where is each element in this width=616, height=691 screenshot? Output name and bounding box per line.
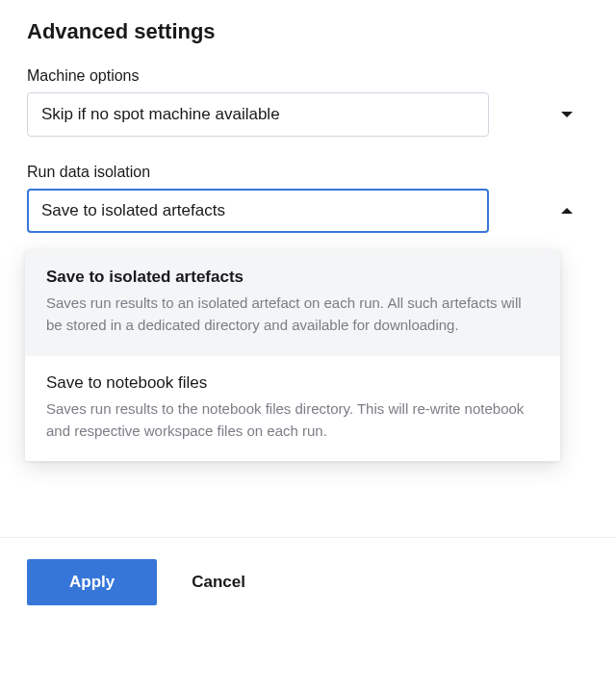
caret-down-icon <box>560 111 574 118</box>
option-description: Saves run results to an isolated artefac… <box>46 292 539 337</box>
run-data-isolation-value: Save to isolated artefacts <box>41 201 225 220</box>
option-title: Save to notebook files <box>46 373 539 393</box>
caret-up-icon <box>560 207 574 215</box>
machine-options-label: Machine options <box>27 67 589 85</box>
option-isolated-artefacts[interactable]: Save to isolated artefacts Saves run res… <box>25 250 560 356</box>
apply-button[interactable]: Apply <box>27 559 157 605</box>
machine-options-value: Skip if no spot machine available <box>41 105 280 124</box>
cancel-button[interactable]: Cancel <box>192 573 245 592</box>
option-title: Save to isolated artefacts <box>46 268 539 287</box>
settings-container: Advanced settings Machine options Skip i… <box>0 0 616 233</box>
run-data-isolation-select-wrap: Save to isolated artefacts Save to isola… <box>27 189 589 233</box>
run-data-isolation-select[interactable]: Save to isolated artefacts <box>27 189 489 233</box>
machine-options-select[interactable]: Skip if no spot machine available <box>27 92 489 137</box>
page-title: Advanced settings <box>27 19 589 44</box>
machine-options-select-wrap: Skip if no spot machine available <box>27 92 589 137</box>
footer: Apply Cancel <box>0 538 616 632</box>
option-notebook-files[interactable]: Save to notebook files Saves run results… <box>25 356 560 462</box>
run-data-isolation-label: Run data isolation <box>27 164 589 181</box>
option-description: Saves run results to the notebook files … <box>46 397 539 443</box>
run-data-isolation-dropdown: Save to isolated artefacts Saves run res… <box>25 250 560 461</box>
